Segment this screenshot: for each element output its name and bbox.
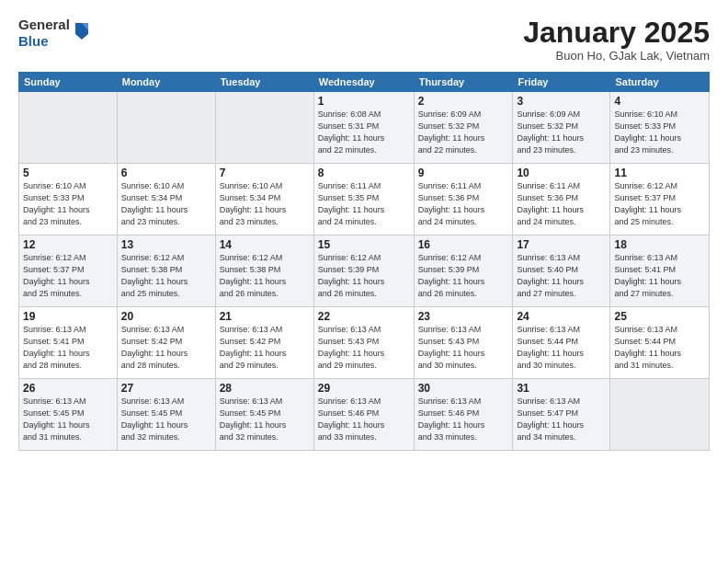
- col-header-sunday: Sunday: [19, 73, 118, 92]
- location: Buon Ho, GJak Lak, Vietnam: [523, 49, 710, 63]
- day-number: 4: [614, 95, 705, 108]
- calendar-cell: 15Sunrise: 6:12 AMSunset: 5:39 PMDayligh…: [313, 236, 414, 307]
- calendar-week-row: 5Sunrise: 6:10 AMSunset: 5:33 PMDaylight…: [19, 164, 710, 236]
- day-number: 5: [23, 167, 113, 179]
- calendar-cell: 4Sunrise: 6:10 AMSunset: 5:33 PMDaylight…: [610, 92, 710, 164]
- day-number: 24: [517, 310, 606, 323]
- calendar-cell: 16Sunrise: 6:12 AMSunset: 5:39 PMDayligh…: [414, 236, 513, 307]
- calendar-cell: [117, 92, 215, 164]
- calendar-cell: 1Sunrise: 6:08 AMSunset: 5:31 PMDaylight…: [313, 92, 414, 164]
- calendar-cell: 22Sunrise: 6:13 AMSunset: 5:43 PMDayligh…: [313, 307, 414, 379]
- day-number: 25: [614, 310, 705, 323]
- day-number: 13: [121, 238, 211, 251]
- day-info: Sunrise: 6:13 AMSunset: 5:41 PMDaylight:…: [23, 324, 113, 372]
- day-number: 23: [418, 310, 509, 323]
- calendar-cell: 23Sunrise: 6:13 AMSunset: 5:43 PMDayligh…: [414, 307, 513, 379]
- calendar-cell: 13Sunrise: 6:12 AMSunset: 5:38 PMDayligh…: [117, 236, 215, 307]
- calendar-cell: 10Sunrise: 6:11 AMSunset: 5:36 PMDayligh…: [513, 164, 610, 236]
- day-info: Sunrise: 6:12 AMSunset: 5:38 PMDaylight:…: [121, 252, 211, 300]
- day-number: 16: [418, 238, 509, 251]
- day-number: 2: [418, 95, 509, 108]
- day-info: Sunrise: 6:13 AMSunset: 5:44 PMDaylight:…: [614, 324, 705, 372]
- calendar-cell: 25Sunrise: 6:13 AMSunset: 5:44 PMDayligh…: [610, 307, 710, 379]
- day-info: Sunrise: 6:08 AMSunset: 5:31 PMDaylight:…: [318, 109, 410, 156]
- day-info: Sunrise: 6:13 AMSunset: 5:41 PMDaylight:…: [614, 252, 705, 300]
- day-number: 11: [614, 167, 705, 179]
- day-number: 14: [220, 238, 310, 251]
- day-number: 3: [517, 95, 606, 108]
- logo-general: General: [18, 17, 70, 33]
- day-info: Sunrise: 6:13 AMSunset: 5:42 PMDaylight:…: [121, 324, 211, 372]
- calendar-week-row: 19Sunrise: 6:13 AMSunset: 5:41 PMDayligh…: [19, 307, 710, 379]
- day-number: 18: [614, 238, 705, 251]
- calendar-cell: 20Sunrise: 6:13 AMSunset: 5:42 PMDayligh…: [117, 307, 215, 379]
- calendar-cell: 26Sunrise: 6:13 AMSunset: 5:45 PMDayligh…: [19, 379, 118, 451]
- calendar-cell: 31Sunrise: 6:13 AMSunset: 5:47 PMDayligh…: [513, 379, 610, 451]
- header: General Blue January 2025 Buon Ho, GJak …: [18, 17, 710, 63]
- calendar-cell: 11Sunrise: 6:12 AMSunset: 5:37 PMDayligh…: [610, 164, 710, 236]
- day-number: 20: [121, 310, 211, 323]
- calendar-cell: 29Sunrise: 6:13 AMSunset: 5:46 PMDayligh…: [313, 379, 414, 451]
- day-number: 21: [220, 310, 310, 323]
- calendar-table: SundayMondayTuesdayWednesdayThursdayFrid…: [18, 72, 710, 451]
- day-info: Sunrise: 6:10 AMSunset: 5:34 PMDaylight:…: [220, 180, 310, 228]
- logo-icon: [74, 21, 90, 41]
- day-info: Sunrise: 6:13 AMSunset: 5:43 PMDaylight:…: [318, 324, 410, 372]
- calendar-cell: 19Sunrise: 6:13 AMSunset: 5:41 PMDayligh…: [19, 307, 118, 379]
- day-number: 1: [318, 95, 410, 108]
- calendar-cell: 14Sunrise: 6:12 AMSunset: 5:38 PMDayligh…: [215, 236, 313, 307]
- calendar-cell: 2Sunrise: 6:09 AMSunset: 5:32 PMDaylight…: [414, 92, 513, 164]
- col-header-friday: Friday: [513, 73, 610, 92]
- day-number: 27: [121, 382, 211, 395]
- calendar-cell: 3Sunrise: 6:09 AMSunset: 5:32 PMDaylight…: [513, 92, 610, 164]
- day-info: Sunrise: 6:11 AMSunset: 5:35 PMDaylight:…: [318, 180, 410, 228]
- calendar-cell: 24Sunrise: 6:13 AMSunset: 5:44 PMDayligh…: [513, 307, 610, 379]
- day-info: Sunrise: 6:10 AMSunset: 5:33 PMDaylight:…: [614, 109, 705, 156]
- day-info: Sunrise: 6:12 AMSunset: 5:39 PMDaylight:…: [418, 252, 509, 300]
- calendar-week-row: 1Sunrise: 6:08 AMSunset: 5:31 PMDaylight…: [19, 92, 710, 164]
- col-header-monday: Monday: [117, 73, 215, 92]
- day-info: Sunrise: 6:11 AMSunset: 5:36 PMDaylight:…: [517, 180, 606, 228]
- calendar-cell: 18Sunrise: 6:13 AMSunset: 5:41 PMDayligh…: [610, 236, 710, 307]
- day-info: Sunrise: 6:13 AMSunset: 5:45 PMDaylight:…: [121, 396, 211, 443]
- day-number: 29: [318, 382, 410, 395]
- col-header-wednesday: Wednesday: [313, 73, 414, 92]
- logo-text: General Blue: [18, 17, 70, 50]
- day-number: 19: [23, 310, 113, 323]
- day-number: 6: [121, 167, 211, 179]
- calendar-cell: [215, 92, 313, 164]
- calendar-cell: 9Sunrise: 6:11 AMSunset: 5:36 PMDaylight…: [414, 164, 513, 236]
- day-info: Sunrise: 6:09 AMSunset: 5:32 PMDaylight:…: [517, 109, 606, 156]
- calendar-cell: 5Sunrise: 6:10 AMSunset: 5:33 PMDaylight…: [19, 164, 118, 236]
- calendar-week-row: 12Sunrise: 6:12 AMSunset: 5:37 PMDayligh…: [19, 236, 710, 307]
- day-number: 7: [220, 167, 310, 179]
- day-info: Sunrise: 6:13 AMSunset: 5:45 PMDaylight:…: [220, 396, 310, 443]
- day-info: Sunrise: 6:13 AMSunset: 5:40 PMDaylight:…: [517, 252, 606, 300]
- calendar-week-row: 26Sunrise: 6:13 AMSunset: 5:45 PMDayligh…: [19, 379, 710, 451]
- month-title: January 2025: [523, 17, 710, 49]
- calendar-cell: [610, 379, 710, 451]
- day-number: 22: [318, 310, 410, 323]
- calendar-cell: 27Sunrise: 6:13 AMSunset: 5:45 PMDayligh…: [117, 379, 215, 451]
- calendar-cell: 30Sunrise: 6:13 AMSunset: 5:46 PMDayligh…: [414, 379, 513, 451]
- col-header-thursday: Thursday: [414, 73, 513, 92]
- calendar-cell: 21Sunrise: 6:13 AMSunset: 5:42 PMDayligh…: [215, 307, 313, 379]
- day-number: 15: [318, 238, 410, 251]
- day-info: Sunrise: 6:12 AMSunset: 5:37 PMDaylight:…: [614, 180, 705, 228]
- calendar-cell: 8Sunrise: 6:11 AMSunset: 5:35 PMDaylight…: [313, 164, 414, 236]
- day-info: Sunrise: 6:09 AMSunset: 5:32 PMDaylight:…: [418, 109, 509, 156]
- day-info: Sunrise: 6:11 AMSunset: 5:36 PMDaylight:…: [418, 180, 509, 228]
- day-info: Sunrise: 6:13 AMSunset: 5:46 PMDaylight:…: [318, 396, 410, 443]
- page: General Blue January 2025 Buon Ho, GJak …: [0, 0, 728, 563]
- day-number: 10: [517, 167, 606, 179]
- title-area: January 2025 Buon Ho, GJak Lak, Vietnam: [523, 17, 710, 63]
- calendar-cell: 7Sunrise: 6:10 AMSunset: 5:34 PMDaylight…: [215, 164, 313, 236]
- day-info: Sunrise: 6:12 AMSunset: 5:37 PMDaylight:…: [23, 252, 113, 300]
- day-number: 30: [418, 382, 509, 395]
- day-number: 26: [23, 382, 113, 395]
- day-info: Sunrise: 6:13 AMSunset: 5:47 PMDaylight:…: [517, 396, 606, 443]
- day-info: Sunrise: 6:10 AMSunset: 5:33 PMDaylight:…: [23, 180, 113, 228]
- calendar-header-row: SundayMondayTuesdayWednesdayThursdayFrid…: [19, 73, 710, 92]
- calendar-cell: [19, 92, 118, 164]
- day-info: Sunrise: 6:13 AMSunset: 5:45 PMDaylight:…: [23, 396, 113, 443]
